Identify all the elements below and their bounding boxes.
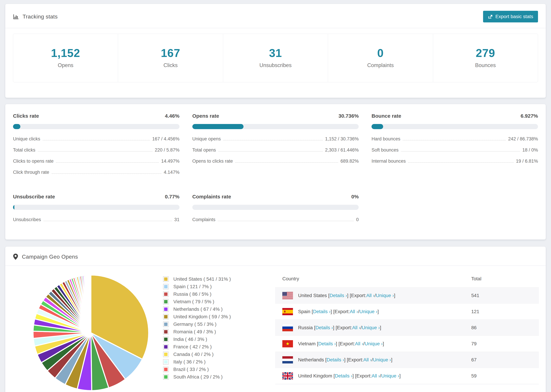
country-cell: Netherlands [Details ›] [Export: All › /… bbox=[275, 352, 471, 368]
details-link[interactable]: Details › bbox=[327, 357, 344, 363]
country-name: United States bbox=[298, 293, 328, 298]
country-cell: Spain [Details ›] [Export: All › / Uniqu… bbox=[275, 304, 471, 320]
rate-row: Total clicks220 / 5.87% bbox=[13, 147, 179, 153]
legend-item: India ( 46 / 3% ) bbox=[163, 336, 266, 342]
legend-swatch bbox=[163, 299, 169, 304]
geo-legend: United States ( 541 / 31% )Spain ( 121 /… bbox=[163, 276, 266, 382]
rate-header: Clicks rate4.46% bbox=[13, 113, 179, 119]
legend-item: Germany ( 55 / 3% ) bbox=[163, 322, 266, 327]
rate-progress-fill bbox=[192, 124, 243, 129]
dotted-leader bbox=[43, 221, 172, 221]
dotted-leader bbox=[52, 173, 161, 174]
rate-row-value: 18 / 0% bbox=[522, 147, 538, 153]
table-row: United Kingdom [Details ›] [Export: All … bbox=[275, 368, 539, 384]
dotted-leader bbox=[401, 151, 520, 152]
country-name: Netherlands bbox=[298, 357, 325, 363]
legend-label: Vietnam ( 79 / 5% ) bbox=[173, 299, 214, 304]
table-row: Germany [Details ›] [Export: All › / Uni… bbox=[275, 384, 539, 385]
legend-item: Vietnam ( 79 / 5% ) bbox=[163, 299, 266, 304]
summary-stat-value: 31 bbox=[223, 47, 328, 60]
summary-stat-cell: 0Complaints bbox=[328, 34, 433, 82]
export-all-link[interactable]: All › bbox=[352, 325, 360, 330]
export-icon bbox=[488, 14, 493, 19]
dotted-leader bbox=[38, 151, 152, 152]
dotted-leader bbox=[56, 162, 159, 163]
details-link[interactable]: Details › bbox=[330, 293, 347, 298]
dotted-leader bbox=[218, 221, 354, 221]
export-all-link[interactable]: All › bbox=[355, 341, 363, 347]
legend-swatch bbox=[163, 314, 169, 320]
details-link[interactable]: Details › bbox=[313, 309, 331, 314]
details-link[interactable]: Details › bbox=[315, 325, 333, 330]
rate-progress-fill bbox=[13, 205, 14, 210]
rate-row: Clicks to opens rate14.497% bbox=[13, 159, 179, 164]
legend-item: Romania ( 49 / 3% ) bbox=[163, 329, 266, 335]
details-link[interactable]: Details › bbox=[318, 341, 336, 347]
summary-stat-label: Unsubscribes bbox=[223, 62, 328, 68]
total-cell: 79 bbox=[471, 336, 539, 352]
export-unique-link[interactable]: Unique › bbox=[365, 341, 383, 347]
export-unique-link[interactable]: Unique › bbox=[359, 309, 377, 314]
summary-stat-cell: 31Unsubscribes bbox=[223, 34, 328, 82]
legend-label: Spain ( 121 / 7% ) bbox=[173, 284, 212, 289]
rate-progress-bar bbox=[13, 124, 179, 129]
rate-row: Hard bounces242 / 86.738% bbox=[372, 136, 538, 142]
rate-value: 30.736% bbox=[339, 113, 359, 119]
summary-stat-label: Bounces bbox=[433, 62, 538, 68]
legend-label: South Africa ( 29 / 2% ) bbox=[173, 374, 223, 380]
export-basic-stats-button[interactable]: Export basic stats bbox=[483, 11, 538, 22]
export-all-link[interactable]: All › bbox=[363, 357, 372, 363]
rate-row-label: Total opens bbox=[192, 147, 216, 153]
legend-swatch bbox=[163, 374, 169, 380]
rate-progress-bar bbox=[192, 205, 359, 210]
page-title: Tracking stats bbox=[23, 14, 58, 20]
legend-item: Brazil ( 33 / 2% ) bbox=[163, 367, 266, 372]
rate-block: Bounce rate6.927%Hard bounces242 / 86.73… bbox=[372, 113, 538, 175]
rate-row-value: 19 / 6.81% bbox=[516, 159, 538, 164]
legend-label: Brazil ( 33 / 2% ) bbox=[173, 367, 209, 372]
geo-pie-chart[interactable] bbox=[31, 273, 151, 392]
tracking-stats-card: Tracking stats Export basic stats 1,152O… bbox=[5, 4, 546, 98]
rate-row-label: Opens to clicks rate bbox=[192, 159, 233, 164]
rate-progress-bar bbox=[372, 124, 538, 129]
legend-label: Germany ( 55 / 3% ) bbox=[173, 322, 216, 327]
rate-block: Opens rate30.736%Unique opens1,152 / 30.… bbox=[192, 113, 359, 175]
export-all-link[interactable]: All › bbox=[366, 293, 374, 298]
rate-row-value: 31 bbox=[174, 217, 179, 222]
export-unique-link[interactable]: Unique › bbox=[373, 357, 391, 363]
export-unique-link[interactable]: Unique › bbox=[381, 373, 399, 379]
legend-item: Canada ( 40 / 2% ) bbox=[163, 352, 266, 357]
export-all-link[interactable]: All › bbox=[372, 373, 380, 379]
dotted-leader bbox=[408, 162, 514, 163]
rate-row-label: Unique opens bbox=[192, 136, 221, 142]
rates-card: Clicks rate4.46%Unique clicks167 / 4.456… bbox=[5, 104, 546, 240]
export-all-link[interactable]: All › bbox=[350, 309, 358, 314]
total-cell: 67 bbox=[471, 352, 539, 368]
rate-header: Opens rate30.736% bbox=[192, 113, 359, 119]
dotted-leader bbox=[223, 140, 323, 140]
rate-row-value: 14.497% bbox=[161, 159, 179, 164]
rate-row-label: Click through rate bbox=[13, 170, 49, 175]
country-cell: Vietnam [Details ›] [Export: All › / Uni… bbox=[275, 336, 471, 352]
export-unique-link[interactable]: Unique › bbox=[362, 325, 380, 330]
legend-swatch bbox=[163, 367, 169, 372]
legend-swatch bbox=[163, 284, 169, 289]
country-cell: United States [Details ›] [Export: All ›… bbox=[275, 287, 471, 304]
details-link[interactable]: Details › bbox=[335, 373, 353, 379]
rate-row: Total opens2,303 / 61.446% bbox=[192, 147, 359, 153]
legend-swatch bbox=[163, 336, 169, 342]
rate-row-label: Hard bounces bbox=[372, 136, 400, 142]
rate-progress-fill bbox=[372, 124, 383, 129]
rate-block: Unsubscribe rate0.77%Unsubscribes31 bbox=[13, 194, 179, 222]
legend-item: South Africa ( 29 / 2% ) bbox=[163, 374, 266, 380]
legend-item: Spain ( 121 / 7% ) bbox=[163, 284, 266, 289]
rate-row-value: 242 / 86.738% bbox=[508, 136, 538, 142]
tracking-stats-header: Tracking stats Export basic stats bbox=[5, 4, 546, 28]
dotted-leader bbox=[42, 140, 150, 140]
rate-value: 6.927% bbox=[521, 113, 538, 119]
export-unique-link[interactable]: Unique › bbox=[376, 293, 394, 298]
rates-grid: Clicks rate4.46%Unique clicks167 / 4.456… bbox=[13, 113, 538, 222]
summary-stat-label: Clicks bbox=[118, 62, 223, 68]
rate-row: Unsubscribes31 bbox=[13, 217, 179, 222]
geo-header: Campaign Geo Opens bbox=[5, 247, 546, 266]
